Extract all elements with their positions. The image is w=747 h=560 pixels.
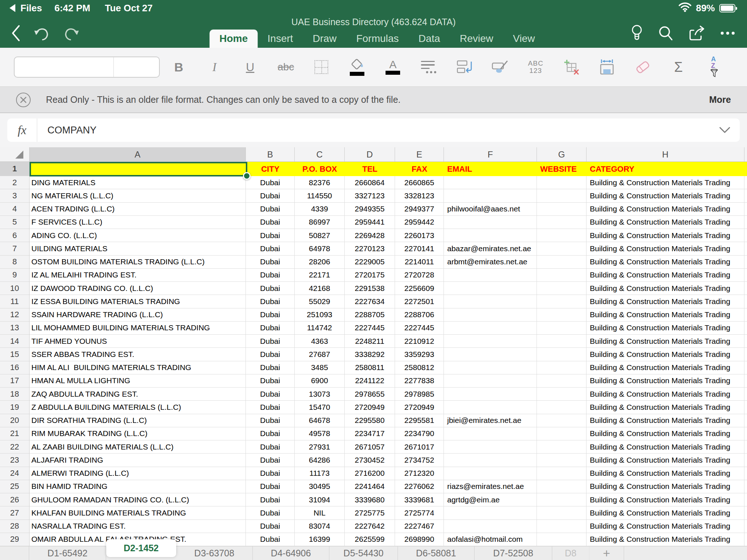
cell-A21[interactable]: RIM MUBARAK TRADING (L.L.C) [30, 427, 246, 440]
cell-D7[interactable]: 2270123 [345, 242, 395, 255]
row-header-4[interactable]: 4 [0, 203, 30, 216]
cell-A13[interactable]: LIL MOHAMMED BUILDING MATERIALS TRADING [30, 322, 246, 335]
cell-D27[interactable]: 2725775 [345, 506, 395, 520]
row-header-25[interactable]: 25 [0, 480, 30, 493]
cell-H5[interactable]: Building & Construction Materials Tradin… [587, 216, 744, 229]
bold-button[interactable]: B [169, 56, 189, 78]
cell-A2[interactable]: DING MATERIALS [30, 176, 246, 189]
cell-H18[interactable]: Building & Construction Materials Tradin… [587, 388, 744, 401]
cell-F15[interactable] [444, 348, 537, 361]
cell-B14[interactable]: Dubai [246, 335, 295, 348]
cell-G2[interactable] [537, 176, 587, 189]
cell-G29[interactable] [537, 533, 587, 546]
cell-G11[interactable] [537, 295, 587, 308]
row-header-26[interactable]: 26 [0, 493, 30, 506]
cell-B6[interactable]: Dubai [246, 229, 295, 242]
cell-B5[interactable]: Dubai [246, 216, 295, 229]
cell-E9[interactable]: 2720728 [395, 269, 444, 282]
row-header-16[interactable]: 16 [0, 361, 30, 374]
cell-G6[interactable] [537, 229, 587, 242]
cell-G28[interactable] [537, 520, 587, 533]
cell-D28[interactable]: 2227642 [345, 520, 395, 533]
sheet-tab-D5-54430[interactable]: D5-54430 [329, 546, 398, 560]
cell-E28[interactable]: 2227467 [395, 520, 444, 533]
cell-D5[interactable]: 2959441 [345, 216, 395, 229]
cell-H17[interactable]: Building & Construction Materials Tradin… [587, 374, 744, 388]
row-header-8[interactable]: 8 [0, 256, 30, 269]
cell-D23[interactable]: 2730452 [345, 454, 395, 467]
cell-F12[interactable] [444, 308, 537, 322]
cell-B27[interactable]: Dubai [246, 506, 295, 520]
row-header-29[interactable]: 29 [0, 533, 30, 546]
cell-D25[interactable]: 2241464 [345, 480, 395, 493]
cell-F5[interactable] [444, 216, 537, 229]
cell-A20[interactable]: DIR SORATHIA TRADING (L.L.C) [30, 414, 246, 427]
cell-C20[interactable]: 64678 [295, 414, 345, 427]
font-name-size-box[interactable] [14, 57, 160, 78]
row-header-13[interactable]: 13 [0, 322, 30, 335]
cell-F28[interactable] [444, 520, 537, 533]
cell-H25[interactable]: Building & Construction Materials Tradin… [587, 480, 744, 493]
cell-B7[interactable]: Dubai [246, 242, 295, 255]
cell-B12[interactable]: Dubai [246, 308, 295, 322]
cell-G1[interactable]: WEBSITE [537, 162, 587, 176]
row-header-21[interactable]: 21 [0, 427, 30, 440]
cell-G22[interactable] [537, 440, 587, 454]
cell-E19[interactable]: 2720949 [395, 401, 444, 414]
cell-C3[interactable]: 114550 [295, 189, 345, 202]
row-header-22[interactable]: 22 [0, 440, 30, 454]
cell-G23[interactable] [537, 454, 587, 467]
cell-B23[interactable]: Dubai [246, 454, 295, 467]
cell-E4[interactable]: 2949377 [395, 203, 444, 216]
column-header-C[interactable]: C [295, 147, 345, 162]
sheet-tab-D8[interactable]: D8 [552, 546, 589, 560]
cell-H9[interactable]: Building & Construction Materials Tradin… [587, 269, 744, 282]
cell-H13[interactable]: Building & Construction Materials Tradin… [587, 322, 744, 335]
cell-G18[interactable] [537, 388, 587, 401]
row-header-3[interactable]: 3 [0, 189, 30, 202]
cell-A17[interactable]: HMAN AL MULLA LIGHTING [30, 374, 246, 388]
cell-B17[interactable]: Dubai [246, 374, 295, 388]
italic-button[interactable]: I [204, 56, 225, 78]
cell-D1[interactable]: TEL [345, 162, 395, 176]
column-header-H[interactable]: H [587, 147, 744, 162]
cell-F3[interactable] [444, 189, 537, 202]
tell-me-lightbulb-icon[interactable] [631, 24, 643, 42]
cell-A6[interactable]: ADING CO. (L.L.C) [30, 229, 246, 242]
tab-data[interactable]: Data [409, 30, 450, 48]
cell-D2[interactable]: 2660864 [345, 176, 395, 189]
font-size-field[interactable] [114, 57, 159, 77]
cell-F14[interactable] [444, 335, 537, 348]
cell-D22[interactable]: 2671057 [345, 440, 395, 454]
sheet-tab-D1-65492[interactable]: D1-65492 [29, 546, 106, 560]
cell-B26[interactable]: Dubai [246, 493, 295, 506]
cell-H12[interactable]: Building & Construction Materials Tradin… [587, 308, 744, 322]
cell-A5[interactable]: F SERVICES (L.L.C) [30, 216, 246, 229]
cell-F2[interactable] [444, 176, 537, 189]
share-icon[interactable] [689, 25, 705, 41]
cell-H27[interactable]: Building & Construction Materials Tradin… [587, 506, 744, 520]
cell-G17[interactable] [537, 374, 587, 388]
strikethrough-button[interactable]: abc [276, 56, 296, 78]
cell-A9[interactable]: IZ AL MELAIHI TRADING EST. [30, 269, 246, 282]
sort-filter-button[interactable]: AZ [704, 56, 724, 78]
column-header-E[interactable]: E [395, 147, 444, 162]
cell-F27[interactable] [444, 506, 537, 520]
cell-E2[interactable]: 2660865 [395, 176, 444, 189]
cell-G14[interactable] [537, 335, 587, 348]
cell-C11[interactable]: 55029 [295, 295, 345, 308]
cell-F13[interactable] [444, 322, 537, 335]
cell-F26[interactable]: agrtdg@eim.ae [444, 493, 537, 506]
cell-H23[interactable]: Building & Construction Materials Tradin… [587, 454, 744, 467]
cell-B16[interactable]: Dubai [246, 361, 295, 374]
cell-B18[interactable]: Dubai [246, 388, 295, 401]
cell-A4[interactable]: ACEN TRADING (L.L.C) [30, 203, 246, 216]
cell-F4[interactable]: philwooifal@aaes.net [444, 203, 537, 216]
cell-F17[interactable] [444, 374, 537, 388]
cell-F29[interactable]: aofalasi@hotmail.com [444, 533, 537, 546]
cell-F16[interactable] [444, 361, 537, 374]
cell-C13[interactable]: 114742 [295, 322, 345, 335]
cell-A11[interactable]: IZ ESSA BUILDING MATERIALS TRADING [30, 295, 246, 308]
cell-H3[interactable]: Building & Construction Materials Tradin… [587, 189, 744, 202]
cell-A3[interactable]: NG MATERIALS (L.L.C) [30, 189, 246, 202]
